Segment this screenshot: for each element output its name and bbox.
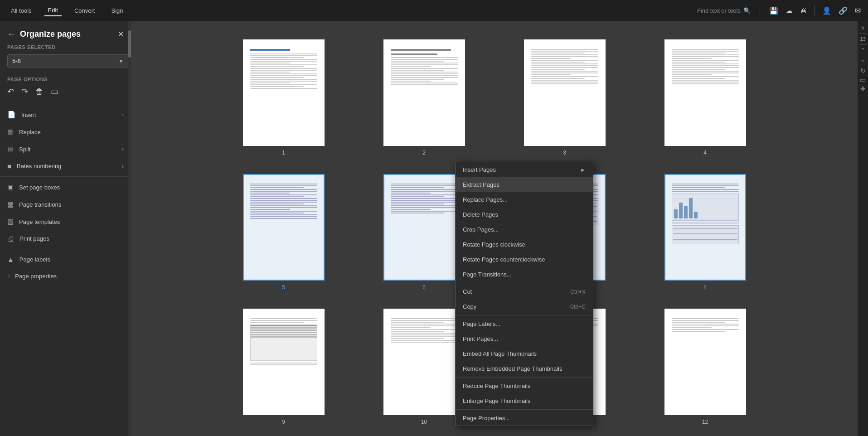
ctx-delete-pages-label: Delete Pages: [463, 211, 498, 218]
ctx-remove-thumbnails[interactable]: Remove Embedded Page Thumbnails: [456, 361, 593, 376]
save-icon[interactable]: 💾: [769, 6, 778, 15]
menu-split[interactable]: ▤ Split ›: [0, 140, 131, 158]
ctx-cut-label: Cut: [463, 288, 472, 295]
ctx-delete-pages[interactable]: Delete Pages: [456, 207, 593, 222]
menu-page-labels[interactable]: ▲ Page labels: [0, 251, 131, 268]
search-icon[interactable]: 🔍: [743, 7, 751, 14]
page-thumb-12[interactable]: 12: [649, 309, 762, 425]
label-icon: ▲: [7, 256, 14, 263]
left-scrollbar[interactable]: [128, 21, 131, 436]
ctx-rotate-cw[interactable]: Rotate Pages clockwise: [456, 237, 593, 252]
close-button[interactable]: ✕: [118, 30, 124, 39]
ctx-print-pages[interactable]: Print Pages...: [456, 331, 593, 346]
account-icon[interactable]: 👤: [822, 6, 831, 15]
nav-sign[interactable]: Sign: [107, 5, 126, 16]
separator-2: [0, 176, 131, 177]
replace-icon: ▦: [7, 128, 14, 136]
ctx-replace-pages-label: Replace Pages...: [463, 196, 508, 203]
ctx-page-labels[interactable]: Page Labels...: [456, 316, 593, 331]
ctx-crop-pages-label: Crop Pages...: [463, 226, 499, 233]
ctx-extract-pages[interactable]: Extract Pages: [456, 177, 593, 192]
ctx-rotate-ccw-label: Rotate Pages counterclockwise: [463, 256, 545, 263]
page-image-3: [524, 39, 606, 146]
page-thumb-4[interactable]: 4: [649, 39, 762, 156]
page-range-input[interactable]: [7, 54, 129, 68]
search-box[interactable]: Find text or tools 🔍: [697, 7, 751, 14]
page-num-12: 12: [702, 419, 708, 425]
back-arrow-icon[interactable]: ←: [7, 29, 15, 39]
pagebox-icon: ▣: [7, 183, 14, 191]
panel-title: Organize pages: [20, 29, 113, 39]
ctx-copy-shortcut: Ctrl+C: [570, 304, 586, 310]
page-num-1: 1: [282, 150, 285, 156]
menu-insert[interactable]: 📄 Insert ›: [0, 106, 131, 123]
insert-arrow: ›: [122, 111, 124, 118]
transition-icon: ▩: [7, 200, 14, 208]
template-icon: ▧: [7, 218, 14, 226]
ctx-cut[interactable]: Cut Ctrl+X: [456, 284, 593, 299]
print-icon[interactable]: 🖨: [800, 6, 807, 15]
top-toolbar: All tools Edit Convert Sign Find text or…: [0, 0, 868, 21]
page-thumb-1[interactable]: 1: [227, 39, 340, 156]
nav-edit[interactable]: Edit: [44, 5, 62, 16]
nav-all-tools[interactable]: All tools: [7, 5, 35, 16]
undo-button[interactable]: ↶: [7, 87, 14, 97]
extract-button[interactable]: ▭: [51, 87, 58, 97]
insert-icon: 📄: [7, 111, 16, 119]
page-num-9: 9: [282, 419, 285, 425]
properties-icon: ▫: [7, 272, 10, 280]
page-image-9: [243, 309, 325, 415]
nav-convert[interactable]: Convert: [71, 5, 99, 16]
page-num-5: 5: [282, 284, 285, 291]
rs-rotate-icon[interactable]: ↻: [860, 67, 866, 74]
rs-arrow-down[interactable]: ⌄: [860, 56, 866, 63]
menu-set-page-boxes[interactable]: ▣ Set page boxes: [0, 179, 131, 196]
split-arrow: ›: [122, 146, 124, 152]
page-num-6: 6: [422, 284, 426, 291]
page-thumb-8[interactable]: 8: [649, 174, 762, 291]
pages-selected-label: PAGES SELECTED: [0, 44, 131, 52]
bates-arrow: ›: [122, 163, 124, 170]
menu-print-pages[interactable]: 🖨 Print pages: [0, 230, 131, 247]
page-image-6: [383, 174, 465, 281]
ctx-rotate-ccw[interactable]: Rotate Pages counterclockwise: [456, 252, 593, 267]
toolbar-right: 💾 ☁ 🖨 👤 🔗 ✉: [769, 5, 861, 16]
page-image-10: [383, 309, 465, 415]
ctx-reduce-thumbnails-label: Reduce Page Thumbnails: [463, 383, 530, 389]
ctx-enlarge-thumbnails[interactable]: Enlarge Page Thumbnails: [456, 393, 593, 408]
ctx-page-transitions[interactable]: Page Transitions...: [456, 267, 593, 282]
bates-icon: ■: [7, 162, 11, 170]
menu-replace[interactable]: ▦ Replace: [0, 123, 131, 140]
page-thumb-9[interactable]: 9: [227, 309, 340, 425]
menu-page-properties[interactable]: ▫ Page properties: [0, 268, 131, 285]
ctx-page-properties[interactable]: Page Properties...: [456, 411, 593, 426]
ctx-copy-label: Copy: [463, 303, 476, 310]
page-image-4: [664, 39, 746, 146]
email-icon[interactable]: ✉: [855, 6, 861, 15]
ctx-insert-pages[interactable]: Insert Pages ►: [456, 162, 593, 177]
ctx-replace-pages[interactable]: Replace Pages...: [456, 192, 593, 207]
split-icon: ▤: [7, 145, 14, 153]
redo-button[interactable]: ↷: [21, 87, 28, 97]
rs-sep-1: [859, 33, 867, 34]
page-thumb-3[interactable]: 3: [508, 39, 621, 156]
rs-arrow-up[interactable]: ⌃: [860, 47, 866, 54]
delete-button[interactable]: 🗑: [35, 87, 44, 97]
rs-zoom-icon[interactable]: ✚: [860, 85, 866, 92]
upload-icon[interactable]: ☁: [786, 6, 793, 15]
ctx-reduce-thumbnails[interactable]: Reduce Page Thumbnails: [456, 378, 593, 393]
content-area[interactable]: 1: [131, 21, 857, 436]
main-layout: ← Organize pages ✕ PAGES SELECTED ▼ PAGE…: [0, 21, 868, 436]
menu-page-transitions[interactable]: ▩ Page transitions: [0, 196, 131, 213]
link-icon[interactable]: 🔗: [839, 6, 848, 15]
ctx-embed-thumbnails[interactable]: Embed All Page Thumbnails: [456, 346, 593, 361]
ctx-crop-pages[interactable]: Crop Pages...: [456, 222, 593, 237]
ctx-rotate-cw-label: Rotate Pages clockwise: [463, 241, 525, 248]
rs-doc-icon[interactable]: ▭: [860, 76, 866, 83]
menu-bates[interactable]: ■ Bates numbering ›: [0, 158, 131, 174]
separator-3: [0, 249, 131, 249]
page-thumb-2[interactable]: 2: [368, 39, 481, 156]
page-thumb-5[interactable]: 5: [227, 174, 340, 291]
ctx-copy[interactable]: Copy Ctrl+C: [456, 299, 593, 314]
menu-page-templates[interactable]: ▧ Page templates: [0, 213, 131, 230]
